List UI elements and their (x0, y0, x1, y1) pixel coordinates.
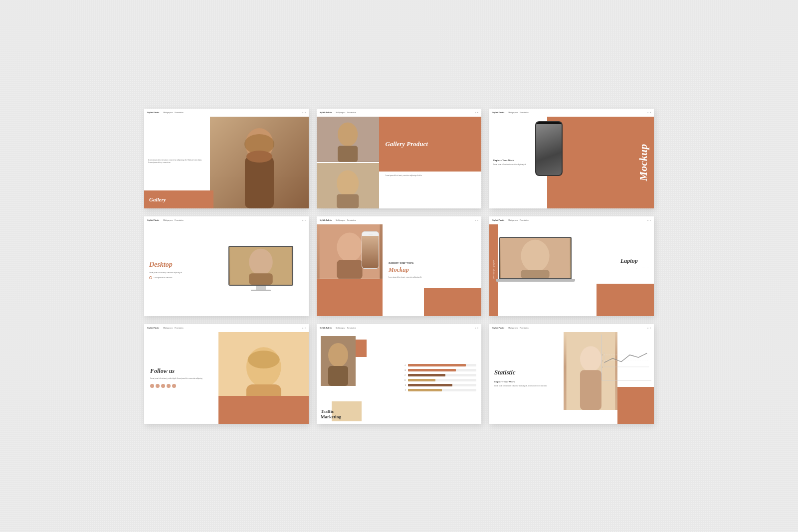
slide-2-title: Gallery Product (385, 140, 475, 148)
social-icon-2[interactable] (156, 384, 160, 388)
svg-point-6 (338, 122, 358, 146)
slide-7-title: Follow us (150, 367, 212, 375)
slide-5-phone-screen (362, 236, 379, 269)
nav-icons-8: ⌕ ≡ (475, 327, 478, 329)
slide-1-photo (210, 117, 309, 208)
slide-nav-2: Stylish Palette Multipurpose Presentatio… (317, 109, 481, 117)
social-icon-5[interactable] (172, 384, 176, 388)
menu-icon-2[interactable]: ≡ (477, 111, 478, 114)
slide-6-content: stylishpalette.net (489, 224, 654, 316)
slide-6-side-text: stylishpalette.net (493, 260, 495, 279)
search-icon-7[interactable]: ⌕ (302, 327, 303, 329)
menu-icon-9[interactable]: ≡ (650, 327, 651, 329)
slide-4-body: Lorem ipsum dolor sit amet, consectetur … (149, 272, 208, 274)
svg-text:2: 2 (602, 359, 603, 361)
slide-1-person (210, 117, 309, 208)
svg-text:1: 1 (602, 366, 603, 368)
svg-rect-3 (245, 157, 274, 208)
nav-links-9: Multipurpose Presentation (508, 327, 528, 329)
menu-icon-8[interactable]: ≡ (477, 327, 478, 329)
slide-9-title: Statistic (494, 368, 559, 376)
svg-point-12 (249, 248, 273, 275)
nav-icons-7: ⌕ ≡ (302, 327, 306, 329)
nav-links-5: Multipurpose Presentation (336, 219, 356, 221)
menu-icon-5[interactable]: ≡ (477, 219, 478, 221)
laptop-svg (500, 238, 571, 278)
menu-icon-3[interactable]: ≡ (650, 111, 651, 114)
slide-3-title: Mockup (637, 144, 650, 181)
bar-row-4: E (396, 384, 477, 386)
search-icon-9[interactable]: ⌕ (647, 327, 648, 329)
nav-icons-6: ⌕ ≡ (647, 219, 651, 221)
search-icon-8[interactable]: ⌕ (475, 327, 476, 329)
slide8-svg (321, 336, 356, 386)
bar-track-1 (408, 369, 477, 371)
bar-fill-2 (408, 374, 446, 376)
slide-4-icon-label: Lorem ipsum dolor consectetur (154, 277, 173, 279)
svg-point-15 (337, 232, 362, 262)
bar-fill-3 (408, 379, 435, 381)
svg-point-23 (247, 351, 279, 368)
slide-traffic: Stylish Palette Multipurpose Presentatio… (317, 324, 481, 424)
bar-row-2: C (396, 374, 477, 376)
slide-desktop: Stylish Palette Multipurpose Presentatio… (144, 216, 309, 316)
nav-logo-3: Stylish Palette (492, 111, 504, 114)
svg-point-25 (328, 343, 348, 367)
menu-icon-4[interactable]: ≡ (305, 219, 306, 221)
social-icon-4[interactable] (167, 384, 171, 388)
slide-4-icon (149, 276, 152, 279)
slide-2-photo-top (317, 117, 379, 162)
laptop-screen (499, 237, 572, 279)
slide-1-label-text: Gallery (149, 196, 166, 202)
slide-5-phone (362, 231, 379, 269)
menu-icon-7[interactable]: ≡ (305, 327, 306, 329)
search-icon-3[interactable]: ⌕ (647, 111, 648, 114)
bar-fill-5 (408, 389, 442, 391)
search-icon-6[interactable]: ⌕ (647, 219, 648, 221)
nav-links-8: Multipurpose Presentation (336, 327, 356, 329)
photo-svg-2b (317, 163, 379, 208)
slide-6-body: Lorem ipsum dolor sit amet, consectetur … (620, 267, 650, 271)
bar-row-5: F (396, 389, 477, 391)
svg-rect-10 (337, 194, 359, 208)
nav-links-1: Multipurpose Presentation (163, 112, 183, 114)
svg-rect-26 (328, 366, 348, 386)
search-icon-5[interactable]: ⌕ (475, 219, 476, 221)
menu-icon-6[interactable]: ≡ (650, 219, 651, 221)
bar-track-2 (408, 374, 477, 376)
svg-rect-7 (338, 146, 358, 162)
slide-7-social (150, 384, 212, 388)
slide-9-body: Lorem ipsum dolor sit amet, consectetur … (494, 385, 559, 387)
nav-icons-9: ⌕ ≡ (647, 327, 651, 329)
menu-icon[interactable]: ≡ (305, 111, 306, 114)
bar-row-1: B (396, 369, 477, 371)
slide-8-left: Traffic Marketing (317, 332, 391, 424)
nav-icons-2: ⌕ ≡ (475, 111, 478, 114)
bar-track-0 (408, 364, 477, 366)
slide-9-content: Statistic Explore Your Work Lorem ipsum … (489, 332, 654, 424)
search-icon[interactable]: ⌕ (302, 111, 303, 114)
bar-label-3: D (396, 379, 406, 381)
slide-nav-9: Stylish Palette Multipurpose Presentatio… (489, 324, 654, 332)
search-icon-4[interactable]: ⌕ (302, 219, 303, 221)
nav-logo-7: Stylish Palette (147, 327, 159, 329)
laptop-device (499, 237, 572, 284)
svg-point-4 (246, 151, 272, 163)
svg-rect-29 (580, 370, 601, 410)
slide-4-content: Desktop Lorem ipsum dolor sit amet, cons… (144, 224, 309, 316)
slide-6-laptop (499, 237, 616, 284)
slide-4-monitor (213, 246, 309, 295)
nav-logo-8: Stylish Palette (320, 327, 332, 329)
slide-4-title: Desktop (149, 261, 208, 269)
social-icon-3[interactable] (161, 384, 165, 388)
nav-logo-1: Stylish Palette (147, 111, 159, 114)
slide-5-title: Mockup (389, 266, 475, 274)
search-icon-2[interactable]: ⌕ (475, 111, 476, 114)
social-icon-1[interactable] (150, 384, 154, 388)
slide-3-content: Explore Your Work Lorem ipsum dolor sit … (489, 117, 654, 208)
slide-6-orange-rect (597, 284, 654, 316)
svg-point-9 (337, 170, 359, 196)
chart-svg: 1 2 3 (602, 335, 651, 380)
slide-2-content: Gallery Product Lorem ipsum dolor sit am… (317, 117, 481, 208)
svg-rect-19 (521, 270, 549, 278)
